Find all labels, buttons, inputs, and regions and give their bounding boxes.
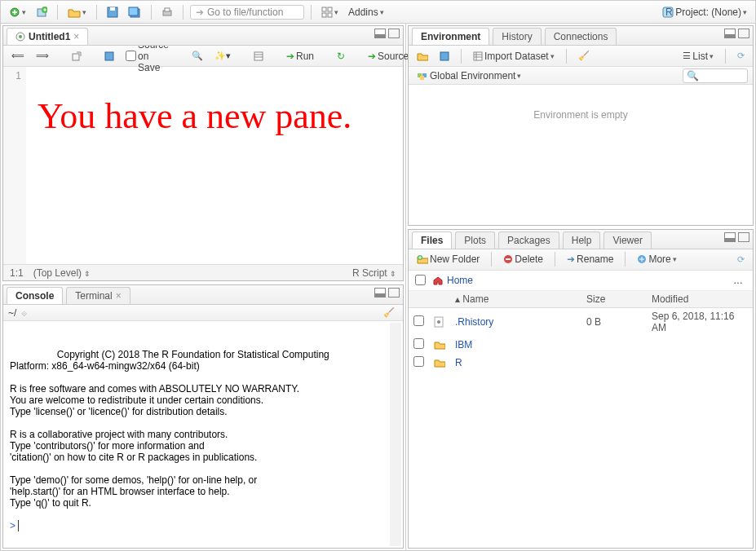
minimize-env-icon[interactable] (724, 29, 736, 38)
close-terminal-icon[interactable]: × (116, 290, 122, 302)
col-modified[interactable]: Modified (647, 291, 753, 308)
file-modified (647, 354, 753, 372)
find-icon[interactable]: 🔍 (188, 49, 206, 63)
line-gutter: 1 (3, 67, 26, 264)
clear-env-icon[interactable]: 🧹 (575, 49, 593, 63)
file-modified: Sep 6, 2018, 11:16 AM (647, 307, 753, 336)
svg-rect-19 (254, 52, 263, 60)
file-name[interactable]: .Rhistory (450, 307, 581, 336)
addins-menu[interactable]: Addins ▾ (345, 5, 387, 20)
new-file-icon[interactable]: ▾ (6, 5, 29, 20)
back-icon[interactable]: ⟸ (8, 49, 28, 63)
row-checkbox[interactable] (413, 356, 424, 367)
source-toolbar: ⟸ ⟹ Source on Save 🔍 ✨▾ ➔ Run ↻ ➔ Source… (3, 46, 403, 67)
files-toolbar: New Folder Delete ➜ Rename More ▾ ⟳ (409, 249, 753, 271)
project-menu[interactable]: R Project: (None) ▾ (659, 5, 750, 20)
svg-rect-21 (474, 52, 482, 60)
minimize-console-icon[interactable] (374, 288, 386, 298)
maximize-pane-icon[interactable] (388, 29, 400, 38)
forward-icon[interactable]: ⟹ (33, 49, 52, 63)
wand-icon[interactable]: ✨▾ (211, 49, 234, 63)
tab-packages[interactable]: Packages (498, 231, 559, 249)
grid-icon[interactable]: ▾ (318, 5, 342, 20)
rscript-icon (15, 32, 25, 42)
file-modified (647, 336, 753, 354)
maximize-console-icon[interactable] (388, 288, 400, 298)
maximize-files-icon[interactable] (738, 232, 749, 242)
close-tab-icon[interactable]: × (73, 31, 79, 42)
col-size[interactable]: Size (581, 291, 647, 308)
env-toolbar: Import Dataset ▾ 🧹 ☰ List ▾ ⟳ (409, 46, 753, 67)
goto-file-input[interactable]: ➜Go to file/function (190, 5, 304, 20)
env-scope-selector[interactable]: Global Environment ▾ (413, 68, 524, 83)
console-path-icon[interactable]: ⟐ (21, 307, 27, 319)
svg-rect-18 (105, 52, 113, 60)
save-source-icon[interactable] (101, 50, 117, 63)
delete-button[interactable]: Delete (500, 252, 546, 267)
file-row[interactable]: .Rhistory0 BSep 6, 2018, 11:16 AM (409, 307, 753, 336)
file-icon (429, 307, 450, 336)
home-crumb[interactable]: Home (447, 275, 473, 286)
env-scope-bar: Global Environment ▾ 🔍 (409, 67, 753, 85)
file-name[interactable]: R (450, 354, 581, 372)
new-folder-button[interactable]: New Folder (413, 252, 483, 267)
minimize-files-icon[interactable] (724, 232, 736, 242)
file-name[interactable]: IBM (450, 336, 581, 354)
open-file-icon[interactable]: ▾ (64, 5, 90, 20)
load-workspace-icon[interactable] (413, 50, 431, 63)
svg-rect-10 (328, 7, 332, 11)
tab-help[interactable]: Help (563, 231, 601, 249)
console-tabbar: Console Terminal × (3, 285, 403, 305)
rerun-icon[interactable]: ↻ (334, 49, 348, 64)
save-workspace-icon[interactable] (436, 50, 453, 63)
svg-text:R: R (665, 7, 673, 18)
more-path-icon[interactable]: … (730, 273, 746, 288)
tab-terminal[interactable]: Terminal × (66, 287, 130, 304)
row-checkbox[interactable] (413, 315, 424, 326)
new-project-icon[interactable] (33, 5, 51, 20)
print-icon[interactable] (158, 5, 176, 20)
env-search-input[interactable]: 🔍 (683, 68, 748, 83)
refresh-files-icon[interactable]: ⟳ (734, 253, 748, 267)
svg-rect-12 (328, 13, 332, 17)
rename-button[interactable]: ➜ Rename (564, 252, 617, 267)
tab-console[interactable]: Console (7, 287, 63, 304)
clear-console-icon[interactable]: 🧹 (380, 306, 398, 320)
home-icon[interactable] (432, 276, 444, 285)
import-dataset-button[interactable]: Import Dataset ▾ (470, 49, 558, 64)
tab-environment[interactable]: Environment (412, 28, 489, 45)
file-row[interactable]: IBM (409, 336, 753, 354)
tab-history[interactable]: History (493, 28, 541, 45)
save-all-icon[interactable] (125, 5, 144, 20)
col-name[interactable]: ▴ Name (450, 291, 581, 308)
svg-rect-17 (73, 54, 79, 60)
scope-selector[interactable]: (Top Level) ⇕ (33, 267, 91, 279)
console-output[interactable]: Copyright (C) 2018 The R Foundation for … (3, 321, 403, 548)
tab-plots[interactable]: Plots (455, 231, 495, 249)
svg-rect-20 (440, 52, 449, 60)
source-editor[interactable]: 1 You have a new pane. (3, 67, 403, 264)
file-row[interactable]: R (409, 354, 753, 372)
svg-rect-6 (129, 7, 138, 15)
save-icon[interactable] (104, 5, 122, 20)
folder-icon (429, 336, 450, 354)
popout-icon[interactable] (69, 50, 85, 63)
cursor-position: 1:1 (10, 267, 24, 279)
tab-connections[interactable]: Connections (545, 28, 617, 45)
env-empty-message: Environment is empty (409, 85, 753, 225)
file-type-selector[interactable]: R Script ⇕ (352, 267, 396, 279)
row-checkbox[interactable] (413, 338, 424, 349)
files-breadcrumb: Home … (409, 271, 753, 291)
more-button[interactable]: More ▾ (634, 252, 679, 267)
minimize-pane-icon[interactable] (374, 29, 386, 38)
run-button[interactable]: ➔ Run (283, 49, 317, 64)
source-tab[interactable]: Untitled1 × (7, 28, 88, 45)
refresh-env-icon[interactable]: ⟳ (734, 49, 748, 63)
notebook-icon[interactable] (250, 50, 267, 63)
select-all-checkbox[interactable] (415, 275, 426, 285)
tab-viewer[interactable]: Viewer (603, 231, 651, 249)
view-mode-selector[interactable]: ☰ List ▾ (679, 49, 717, 64)
tab-files[interactable]: Files (412, 231, 452, 249)
svg-point-16 (19, 35, 22, 38)
maximize-env-icon[interactable] (738, 29, 749, 38)
